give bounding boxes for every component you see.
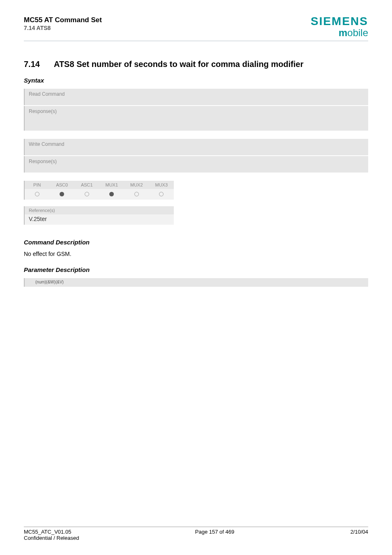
feat-dot-asc1	[74, 189, 99, 200]
feat-head-asc1: ASC1	[74, 181, 99, 189]
footer-left: MC55_ATC_V01.05 Confidential / Released	[24, 529, 79, 541]
write-response-label: Response(s)	[24, 156, 368, 173]
parameter-box: (num)(&W)(&V)	[24, 278, 368, 287]
feat-dot-mux1	[99, 189, 125, 200]
page-footer: MC55_ATC_V01.05 Confidential / Released …	[24, 527, 368, 541]
syntax-label: Syntax	[24, 77, 368, 84]
feat-head-mux2: MUX2	[124, 181, 149, 189]
doc-title: MC55 AT Command Set	[24, 16, 102, 25]
command-description-label: Command Description	[24, 239, 368, 246]
circle-icon	[134, 192, 139, 196]
feat-head-mux1: MUX1	[99, 181, 125, 189]
read-command-label-text: Read Command	[29, 91, 65, 97]
circle-icon	[109, 192, 114, 196]
circle-icon	[85, 192, 89, 196]
footer-right: 2/10/04	[350, 529, 368, 541]
footer-left-line2: Confidential / Released	[24, 535, 79, 541]
write-command-label-text: Write Command	[29, 141, 64, 147]
feat-dot-pin	[25, 189, 50, 200]
circle-icon	[35, 192, 39, 196]
section-heading: 7.14ATS8 Set number of seconds to wait f…	[24, 58, 368, 69]
read-command-label: Read Command	[24, 89, 368, 105]
brand-sublogo: mobile	[311, 28, 368, 38]
feat-head-asc0: ASC0	[50, 181, 75, 189]
header-left: MC55 AT Command Set 7.14 ATS8	[24, 16, 102, 31]
write-command-block: Write Command Response(s)	[24, 139, 368, 173]
read-command-block: Read Command Response(s)	[24, 89, 368, 131]
footer-center: Page 157 of 469	[79, 529, 350, 541]
reference-block: Reference(s) V.25ter	[24, 206, 174, 225]
section-title: ATS8 Set number of seconds to wait for c…	[54, 60, 304, 69]
circle-icon	[60, 192, 64, 196]
doc-subtitle: 7.14 ATS8	[24, 25, 102, 31]
write-command-label: Write Command	[24, 139, 368, 155]
feat-dot-mux3	[149, 189, 174, 200]
section-number: 7.14	[24, 60, 40, 69]
feat-dot-mux2	[124, 189, 149, 200]
brand-sub-rest: obile	[347, 27, 368, 38]
read-response-label: Response(s)	[24, 106, 368, 131]
circle-icon	[159, 192, 164, 196]
feature-table: PIN ASC0 ASC1 MUX1 MUX2 MUX3	[24, 181, 174, 200]
header-right: SIEMENS mobile	[311, 16, 368, 38]
reference-value: V.25ter	[25, 214, 174, 225]
feat-head-mux3: MUX3	[149, 181, 174, 189]
footer-left-line1: MC55_ATC_V01.05	[24, 529, 79, 535]
write-response-label-text: Response(s)	[29, 159, 57, 164]
brand-logo: SIEMENS	[311, 16, 368, 27]
reference-label: Reference(s)	[25, 206, 174, 214]
parameter-description-label: Parameter Description	[24, 266, 368, 273]
brand-sub-m: m	[339, 27, 347, 38]
feat-head-pin: PIN	[25, 181, 50, 189]
read-response-label-text: Response(s)	[29, 108, 57, 114]
command-description-text: No effect for GSM.	[24, 251, 368, 257]
feat-dot-asc0	[50, 189, 75, 200]
page-header: MC55 AT Command Set 7.14 ATS8 SIEMENS mo…	[24, 16, 368, 41]
